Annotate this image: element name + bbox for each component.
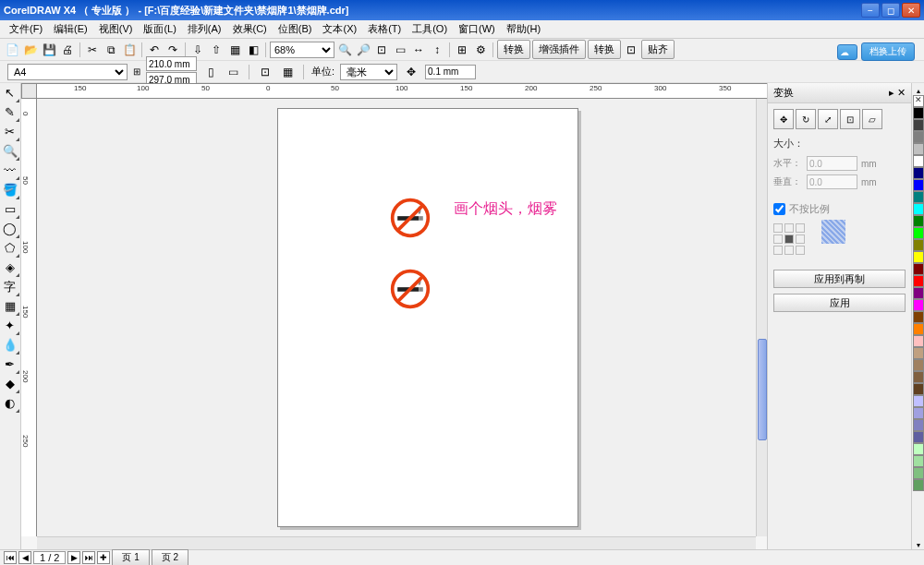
last-page-icon[interactable]: ⏭ [82, 551, 95, 564]
color-swatch[interactable] [913, 347, 924, 359]
palette-up-icon[interactable]: ▴ [912, 87, 924, 95]
zoom-tool-icon[interactable]: 🔍 [0, 141, 19, 161]
color-swatch[interactable] [913, 251, 924, 263]
color-swatch[interactable] [913, 395, 924, 407]
open-icon[interactable]: 📂 [22, 42, 39, 58]
undo-icon[interactable]: ↶ [146, 42, 163, 58]
basic-shapes-icon[interactable]: ◈ [0, 258, 19, 277]
menu-effects[interactable]: 效果(C) [227, 20, 273, 38]
page-tab-2[interactable]: 页 2 [152, 549, 188, 565]
outline-tool-icon[interactable]: ✒ [0, 355, 19, 374]
color-swatch[interactable] [913, 203, 924, 215]
rotate-icon[interactable]: ↻ [796, 109, 816, 129]
color-swatch[interactable] [913, 131, 924, 143]
new-icon[interactable]: 📄 [4, 42, 20, 58]
color-swatch[interactable] [913, 167, 924, 179]
color-swatch[interactable] [913, 371, 924, 383]
copy-icon[interactable]: ⧉ [103, 42, 119, 58]
menu-table[interactable]: 表格(T) [362, 20, 407, 38]
color-swatch[interactable] [913, 227, 924, 239]
color-swatch[interactable] [913, 239, 924, 251]
crop-tool-icon[interactable]: ✂ [0, 122, 19, 141]
page-setup-icon[interactable]: ⊡ [257, 64, 274, 80]
snap-button[interactable]: 贴齐 [641, 40, 675, 59]
page-width-input[interactable] [146, 56, 197, 71]
docker-close-icon[interactable]: ▸ ✕ [889, 87, 906, 99]
polygon-tool-icon[interactable]: ⬠ [0, 238, 19, 258]
zoom-fit-icon[interactable]: ⊡ [373, 42, 390, 58]
convert2-button[interactable]: 转换 [588, 40, 621, 59]
portrait-icon[interactable]: ▯ [202, 64, 219, 80]
next-page-icon[interactable]: ▶ [67, 551, 80, 564]
palette-down-icon[interactable]: ▾ [912, 541, 924, 549]
color-swatch[interactable] [913, 359, 924, 371]
snap-toggle-icon[interactable]: ⊡ [623, 42, 639, 58]
color-swatch[interactable] [913, 263, 924, 275]
menu-text[interactable]: 文本(X) [317, 20, 362, 38]
canvas-area[interactable]: 150 100 50 0 50 100 150 200 250 300 350 … [21, 83, 767, 549]
zoom-height-icon[interactable]: ↕ [429, 42, 445, 58]
color-swatch[interactable] [913, 215, 924, 227]
shape-tool-icon[interactable]: ✎ [0, 102, 19, 122]
enhance-plugin-button[interactable]: 增强插件 [532, 40, 586, 59]
no-fill-swatch[interactable] [913, 95, 924, 107]
redo-icon[interactable]: ↷ [164, 42, 181, 58]
export-icon[interactable]: ⇧ [208, 42, 225, 58]
anchor-grid[interactable] [773, 223, 805, 255]
save-icon[interactable]: 💾 [41, 42, 57, 58]
zoom-in-icon[interactable]: 🔍 [336, 42, 353, 58]
size-icon[interactable]: ⊡ [840, 109, 860, 129]
color-swatch[interactable] [913, 107, 924, 119]
apply-copy-button[interactable]: 应用到再制 [773, 270, 906, 288]
menu-view[interactable]: 视图(V) [93, 20, 139, 38]
paste-icon[interactable]: 📋 [121, 42, 138, 58]
color-swatch[interactable] [913, 455, 924, 467]
minimize-button[interactable]: − [861, 3, 880, 18]
cut-icon[interactable]: ✂ [84, 42, 101, 58]
prev-page-icon[interactable]: ◀ [18, 551, 31, 564]
color-swatch[interactable] [913, 467, 924, 479]
color-swatch[interactable] [913, 419, 924, 431]
color-swatch[interactable] [913, 479, 924, 491]
scrollbar-horizontal[interactable] [37, 536, 756, 549]
color-swatch[interactable] [913, 443, 924, 455]
apply-button[interactable]: 应用 [773, 294, 906, 312]
first-page-icon[interactable]: ⏮ [4, 551, 17, 564]
color-swatch[interactable] [913, 191, 924, 203]
color-swatch[interactable] [913, 179, 924, 191]
interactive-fill-icon[interactable]: ◐ [0, 393, 19, 413]
table-tool-icon[interactable]: ▦ [0, 296, 19, 316]
proportional-checkbox[interactable] [773, 203, 785, 215]
pick-tool-icon[interactable]: ↖ [0, 83, 19, 102]
print-icon[interactable]: 🖨 [59, 42, 76, 58]
color-swatch[interactable] [913, 323, 924, 335]
menu-arrange[interactable]: 排列(A) [182, 20, 227, 38]
no-smoking-sign-2[interactable] [389, 268, 432, 310]
v-input[interactable] [807, 174, 857, 189]
menu-window[interactable]: 窗口(W) [453, 20, 501, 38]
page-size-select[interactable]: A4 [7, 64, 128, 80]
menu-tools[interactable]: 工具(O) [407, 20, 453, 38]
fill-tool-icon[interactable]: ◆ [0, 374, 19, 393]
cloud-icon[interactable]: ☁ [837, 44, 857, 60]
ellipse-tool-icon[interactable]: ◯ [0, 219, 19, 238]
ruler-corner[interactable] [21, 83, 37, 99]
restore-button[interactable]: ◻ [881, 3, 900, 18]
ruler-vertical[interactable]: 0 50 100 150 200 250 [21, 99, 37, 536]
color-swatch[interactable] [913, 431, 924, 443]
menu-bitmap[interactable]: 位图(B) [273, 20, 318, 38]
freehand-tool-icon[interactable]: 〰 [0, 161, 19, 180]
zoom-out-icon[interactable]: 🔎 [355, 42, 371, 58]
rectangle-tool-icon[interactable]: ▭ [0, 199, 19, 219]
page-container[interactable]: 画个烟头，烟雾 [37, 99, 756, 536]
scrollbar-vertical[interactable] [756, 99, 767, 536]
color-swatch[interactable] [913, 119, 924, 131]
position-icon[interactable]: ✥ [773, 109, 794, 129]
scroll-thumb[interactable] [758, 339, 767, 440]
color-swatch[interactable] [913, 155, 924, 167]
color-swatch[interactable] [913, 383, 924, 395]
zoom-width-icon[interactable]: ↔ [410, 42, 427, 58]
add-page-icon[interactable]: ✚ [97, 551, 110, 564]
menu-edit[interactable]: 编辑(E) [48, 20, 93, 38]
page-bg-icon[interactable]: ▦ [279, 64, 296, 80]
